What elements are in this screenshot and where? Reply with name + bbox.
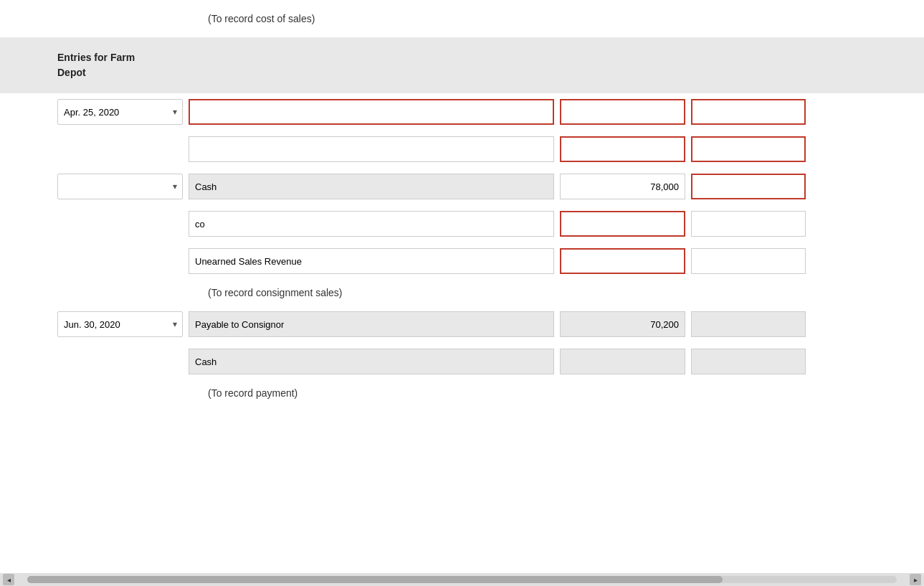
row-2 [57, 131, 924, 168]
account-input-unearned[interactable] [189, 248, 554, 274]
account-input-co[interactable] [189, 211, 554, 237]
credit-input-2[interactable] [691, 136, 806, 162]
debit-cell-2 [560, 136, 685, 162]
date-select-wrapper-3[interactable] [57, 174, 183, 199]
debit-cell-7 [560, 349, 685, 374]
debit-input-payable[interactable] [560, 311, 685, 337]
credit-input-3[interactable] [691, 174, 806, 199]
account-cell-2 [189, 136, 554, 162]
account-input-2[interactable] [189, 136, 554, 162]
to-record-consignment-label: (To record consignment sales) [208, 287, 343, 298]
account-input-cash2[interactable] [189, 349, 554, 374]
credit-cell-5 [691, 248, 806, 274]
account-cell-5 [189, 248, 554, 274]
debit-cell-4 [560, 211, 685, 237]
credit-input-1[interactable] [691, 99, 806, 125]
scrollbar-thumb[interactable] [27, 576, 723, 583]
debit-cell-3 [560, 174, 685, 199]
top-note: (To record cost of sales) [0, 0, 924, 37]
date-select-3[interactable] [57, 174, 183, 199]
row-3 [57, 168, 924, 205]
account-input-cash[interactable] [189, 174, 554, 199]
journal-area-jun: Jun. 30, 2020 [0, 306, 924, 380]
debit-input-2[interactable] [560, 136, 685, 162]
main-container: (To record cost of sales) Entries for Fa… [0, 0, 924, 586]
date-cell-3 [57, 174, 183, 199]
account-input-payable[interactable] [189, 311, 554, 337]
credit-input-4[interactable] [691, 211, 806, 237]
date-cell-1: Apr. 25, 2020 [57, 99, 183, 125]
date-select-wrapper-6[interactable]: Jun. 30, 2020 [57, 311, 183, 337]
journal-area: Apr. 25, 2020 [0, 93, 924, 280]
account-cell-6 [189, 311, 554, 337]
account-cell-4 [189, 211, 554, 237]
to-record-cost-label: (To record cost of sales) [208, 13, 315, 24]
date-select-wrapper-1[interactable]: Apr. 25, 2020 [57, 99, 183, 125]
debit-input-7[interactable] [560, 349, 685, 374]
account-cell-7 [189, 349, 554, 374]
payment-note: (To record payment) [0, 380, 924, 406]
debit-cell-6 [560, 311, 685, 337]
row-6: Jun. 30, 2020 [57, 306, 924, 343]
horizontal-scrollbar[interactable]: ◂ ▸ [0, 573, 924, 586]
debit-input-cash[interactable] [560, 174, 685, 199]
credit-cell-4 [691, 211, 806, 237]
debit-input-4[interactable] [560, 211, 685, 237]
section-header: Entries for Farm Depot [0, 37, 924, 93]
account-cell-1 [189, 99, 554, 125]
account-input-1[interactable] [189, 99, 554, 125]
date-cell-6: Jun. 30, 2020 [57, 311, 183, 337]
credit-cell-2 [691, 136, 806, 162]
debit-input-5[interactable] [560, 248, 685, 274]
debit-cell-5 [560, 248, 685, 274]
credit-input-5[interactable] [691, 248, 806, 274]
credit-cell-3 [691, 174, 806, 199]
debit-input-1[interactable] [560, 99, 685, 125]
scroll-left-arrow[interactable]: ◂ [3, 574, 14, 585]
row-1: Apr. 25, 2020 [57, 93, 924, 131]
to-record-payment-label: (To record payment) [208, 387, 297, 399]
row-7 [57, 343, 924, 380]
credit-cell-7 [691, 349, 806, 374]
row-4 [57, 205, 924, 242]
credit-cell-1 [691, 99, 806, 125]
date-select-6[interactable]: Jun. 30, 2020 [57, 311, 183, 337]
credit-input-7[interactable] [691, 349, 806, 374]
scroll-right-arrow[interactable]: ▸ [910, 574, 921, 585]
row-5 [57, 242, 924, 280]
credit-input-6[interactable] [691, 311, 806, 337]
date-select-1[interactable]: Apr. 25, 2020 [57, 99, 183, 125]
section-header-line2: Depot [57, 67, 86, 78]
section-header-line1: Entries for Farm [57, 52, 135, 63]
scrollbar-track[interactable] [27, 576, 897, 583]
credit-cell-6 [691, 311, 806, 337]
account-cell-3 [189, 174, 554, 199]
debit-cell-1 [560, 99, 685, 125]
consignment-note: (To record consignment sales) [0, 280, 924, 306]
